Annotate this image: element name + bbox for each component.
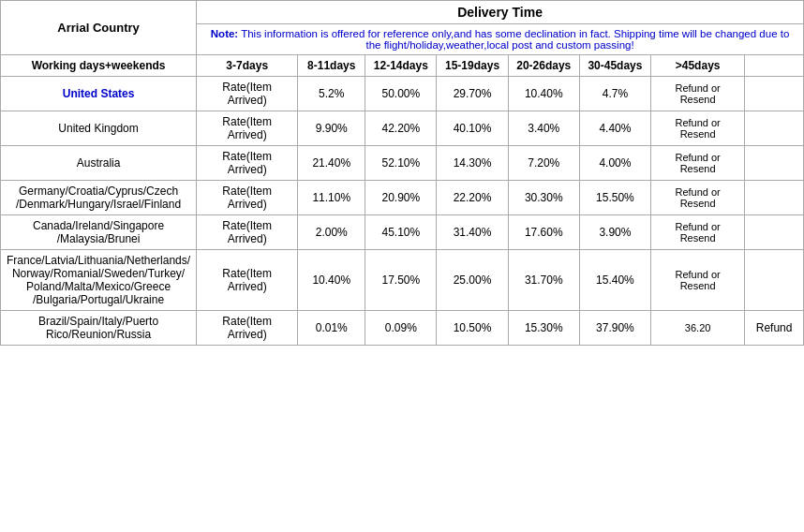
refund-cell: Refund or Resend — [651, 181, 745, 215]
country-cell: France/Latvia/Lithuania/Netherlands/Norw… — [1, 250, 197, 311]
gt45-cell: Refund — [745, 311, 804, 346]
refund-cell: Refund or Resend — [651, 146, 745, 181]
data-cell: 15.50% — [579, 181, 650, 215]
data-cell: 29.70% — [437, 77, 508, 111]
data-cell: 15.40% — [579, 250, 650, 311]
data-cell: 40.10% — [437, 111, 508, 146]
data-cell: 15.30% — [508, 311, 579, 346]
data-cell: 45.10% — [365, 215, 437, 250]
data-cell: 10.40% — [508, 77, 579, 111]
data-cell: 31.70% — [508, 250, 579, 311]
refund-cell: 36.20 — [651, 311, 745, 346]
arrival-country-header: Arrial Country — [1, 1, 197, 55]
country-cell: Brazil/Spain/Italy/PuertoRico/Reunion/Ru… — [1, 311, 197, 346]
delivery-time-header: Delivery Time — [197, 1, 804, 24]
data-cell: 22.20% — [437, 181, 508, 215]
data-cell: 10.50% — [437, 311, 508, 346]
data-cell: 11.10% — [298, 181, 365, 215]
col-12-14: 12-14days — [365, 55, 437, 77]
data-cell: 9.90% — [298, 111, 365, 146]
data-cell: 3.40% — [508, 111, 579, 146]
data-cell: 4.7% — [579, 77, 650, 111]
data-cell: 4.00% — [579, 146, 650, 181]
data-cell: 30.30% — [508, 181, 579, 215]
country-cell: United Kingdom — [1, 111, 197, 146]
col-15-19: 15-19days — [437, 55, 508, 77]
country-cell: Canada/Ireland/Singapore/Malaysia/Brunei — [1, 215, 197, 250]
data-cell: 0.09% — [365, 311, 437, 346]
data-cell: 52.10% — [365, 146, 437, 181]
data-cell: 25.00% — [437, 250, 508, 311]
data-cell: 5.2% — [298, 77, 365, 111]
gt45-cell — [745, 181, 804, 215]
data-cell: 50.00% — [365, 77, 437, 111]
data-cell: 37.90% — [579, 311, 650, 346]
note-cell: Note: This information is offered for re… — [197, 24, 804, 55]
data-cell: 7.20% — [508, 146, 579, 181]
working-days-cell: Rate(Item Arrived) — [197, 215, 298, 250]
gt45-cell — [745, 111, 804, 146]
working-days-cell: Rate(Item Arrived) — [197, 181, 298, 215]
working-days-cell: Rate(Item Arrived) — [197, 311, 298, 346]
note-label: Note: — [211, 28, 238, 39]
data-cell: 42.20% — [365, 111, 437, 146]
data-cell: 20.90% — [365, 181, 437, 215]
country-cell: Germany/Croatia/Cyprus/Czech/Denmark/Hun… — [1, 181, 197, 215]
gt45-cell — [745, 146, 804, 181]
country-cell: United States — [1, 77, 197, 111]
data-cell: 31.40% — [437, 215, 508, 250]
col-30-45: 30-45days — [579, 55, 650, 77]
data-cell: 10.40% — [298, 250, 365, 311]
refund-cell: Refund or Resend — [651, 215, 745, 250]
refund-cell: Refund or Resend — [651, 77, 745, 111]
refund-cell: Refund or Resend — [651, 111, 745, 146]
country-cell: Australia — [1, 146, 197, 181]
gt45-cell — [745, 250, 804, 311]
working-days-cell: Rate(Item Arrived) — [197, 77, 298, 111]
data-cell: 4.40% — [579, 111, 650, 146]
delivery-table: Arrial Country Delivery Time Note: This … — [0, 0, 804, 346]
working-days-cell: Rate(Item Arrived) — [197, 250, 298, 311]
col-8-11: 8-11days — [298, 55, 365, 77]
refund-cell: Refund or Resend — [651, 250, 745, 311]
col-3-7: 3-7days — [197, 55, 298, 77]
data-cell: 17.50% — [365, 250, 437, 311]
data-cell: 3.90% — [579, 215, 650, 250]
data-cell: 14.30% — [437, 146, 508, 181]
data-cell: 17.60% — [508, 215, 579, 250]
note-text: This information is offered for referenc… — [241, 28, 789, 51]
data-cell: 0.01% — [298, 311, 365, 346]
gt45-cell — [745, 215, 804, 250]
col-working-days: Working days+weekends — [1, 55, 197, 77]
col-20-26: 20-26days — [508, 55, 579, 77]
col-gt45: >45days — [651, 55, 745, 77]
working-days-cell: Rate(Item Arrived) — [197, 146, 298, 181]
gt45-cell — [745, 77, 804, 111]
data-cell: 21.40% — [298, 146, 365, 181]
working-days-cell: Rate(Item Arrived) — [197, 111, 298, 146]
data-cell: 2.00% — [298, 215, 365, 250]
